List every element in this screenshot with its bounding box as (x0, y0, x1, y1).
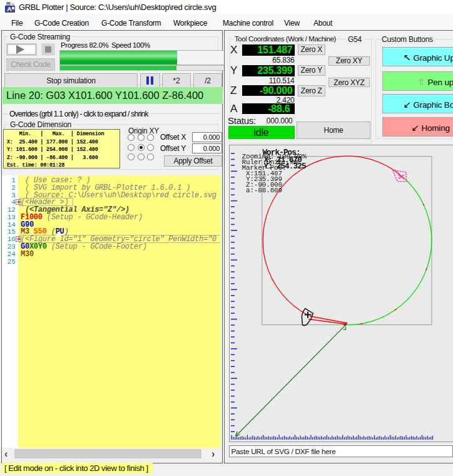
svg-text:a:-88.609: a:-88.609 (242, 187, 283, 194)
svg-text:Y: 254.325: Y: 254.325 (264, 162, 306, 171)
